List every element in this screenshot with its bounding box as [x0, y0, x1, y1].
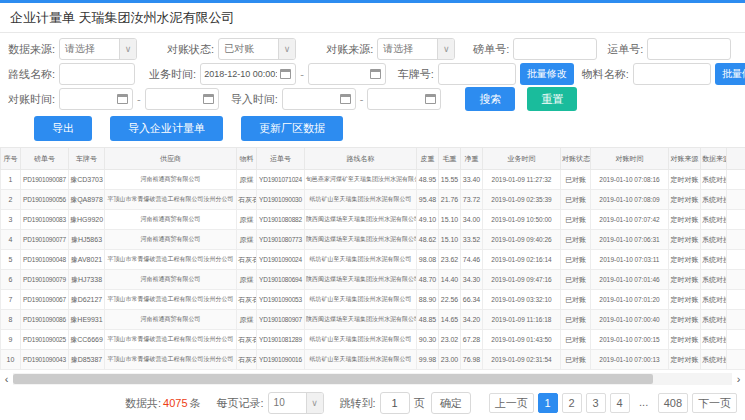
import-time-to-picker[interactable] — [367, 88, 441, 110]
scroll-left-icon[interactable]: ‹ — [0, 373, 13, 385]
next-page-button[interactable]: 下一页 — [692, 393, 737, 413]
recon-status-value: 已对账 — [219, 39, 278, 59]
waybill-no-input[interactable] — [647, 38, 731, 60]
table-cell: 系统对接 — [701, 310, 727, 330]
table-cell: 98.08 — [417, 250, 439, 270]
table-cell: 陕西闽达煤场至天瑞集团汝州水泥有限公司 — [305, 270, 417, 290]
data-source-select[interactable]: 请选择 ∨ — [59, 38, 137, 60]
material-name-input[interactable] — [633, 63, 711, 85]
table-cell: YD1901090016 — [257, 350, 305, 370]
recon-status-select[interactable]: 已对账 ∨ — [218, 38, 296, 60]
table-cell: 已对账 — [561, 270, 591, 290]
table-row[interactable]: 9PD1901090025豫CC6669平顶山市常青爆破营造工程有限公司汝州分公… — [1, 330, 745, 350]
import-time-from-picker[interactable] — [282, 88, 356, 110]
reset-button[interactable]: 重置 — [527, 87, 577, 111]
table-cell: PD1901090025 — [21, 330, 69, 350]
table-cell: 14.65 — [439, 310, 461, 330]
range-separator: - — [360, 93, 364, 105]
prev-page-button[interactable]: 上一页 — [489, 393, 534, 413]
biz-time-to-picker[interactable] — [308, 63, 386, 85]
header-cell: 净重 — [461, 148, 483, 170]
biz-time-from-input[interactable] — [201, 69, 280, 79]
table-cell: 豫CD3703 — [69, 170, 105, 190]
table-row[interactable]: 5PD1901090048豫AV8021平顶山市常青爆破营造工程有限公司汝州分公… — [1, 250, 745, 270]
recon-time-from-input[interactable] — [60, 94, 117, 104]
table-cell: 系统对接 — [701, 170, 727, 190]
app-window: 企业计量单 天瑞集团汝州水泥有限公司 数据来源: 请选择 ∨ 对账状态: 已对账… — [0, 0, 745, 414]
table-row[interactable]: 8PD1901090086豫HE9931河南裕通商贸有限公司原煤YD190108… — [1, 310, 745, 330]
jump-confirm-button[interactable]: 确定 — [431, 392, 471, 414]
table-row[interactable]: 3PD1901090083豫HG9920河南裕通商贸有限公司原煤YD190108… — [1, 210, 745, 230]
page-number[interactable]: 3 — [586, 393, 606, 413]
action-toolbar: 导出 导入企业计量单 更新厂区数据 — [0, 113, 745, 147]
export-button[interactable]: 导出 — [34, 116, 92, 141]
material-name-label: 物料名称: — [582, 67, 629, 82]
table-row[interactable]: 6PD1901090079豫HJ7338河南裕通商贸有限公司原煤YD190108… — [1, 270, 745, 290]
table-cell: 15.10 — [439, 230, 461, 250]
table-cell: 2019-01-10 07:08:16 — [591, 170, 669, 190]
search-button[interactable]: 搜索 — [465, 87, 515, 111]
table-cell: YD1901090024 — [257, 250, 305, 270]
table-cell: 原煤 — [237, 210, 257, 230]
scrollbar-thumb[interactable] — [13, 374, 653, 384]
recon-time-from-picker[interactable] — [59, 88, 133, 110]
table-cell: 3 — [1, 210, 21, 230]
table-cell: 平顶山市常青爆破营造工程有限公司汝州分公司 — [105, 190, 237, 210]
range-separator: - — [300, 68, 304, 80]
filter-import-time: 导入时间: - — [231, 88, 442, 110]
scroll-right-icon[interactable]: › — [732, 373, 745, 385]
jump-page-input[interactable] — [380, 392, 410, 414]
plate-no-input[interactable] — [438, 63, 516, 85]
table-cell: 系统对接 — [701, 210, 727, 230]
plate-no-label: 车牌号: — [398, 67, 434, 82]
table-cell: PD1901090083 — [21, 210, 69, 230]
table-row[interactable]: 4PD1901090077豫HJ5863河南裕通商贸有限公司原煤YD190108… — [1, 230, 745, 250]
table-cell: 7 — [1, 290, 21, 310]
table-cell: 定时对账 — [669, 330, 701, 350]
update-plant-data-button[interactable]: 更新厂区数据 — [241, 116, 343, 141]
page-number[interactable]: 4 — [610, 393, 630, 413]
table-row[interactable]: 10PD1901090043豫D85387平顶山市常青爆破营造工程有限公司汝州分… — [1, 350, 745, 370]
table-cell: 2019-01-09 11:27:32 — [483, 170, 561, 190]
table-cell: 2 — [1, 190, 21, 210]
table-cell: 平顶山市常青爆破营造工程有限公司汝州分公司 — [105, 330, 237, 350]
scrollbar-track[interactable] — [13, 373, 732, 385]
table-cell: 2019-01-10 07:00:13 — [591, 350, 669, 370]
table-cell: 豫QA8978 — [69, 190, 105, 210]
import-time-to-input[interactable] — [368, 94, 425, 104]
header-cell: 磅单号 — [21, 148, 69, 170]
biz-time-to-input[interactable] — [309, 69, 370, 79]
table-cell: 48.85 — [417, 310, 439, 330]
table-cell: 2019-0 — [727, 190, 745, 210]
table-row[interactable]: 7PD1901090067豫D62127平顶山市常青爆破营造工程有限公司汝州分公… — [1, 290, 745, 310]
recon-source-select[interactable]: 请选择 ∨ — [377, 38, 455, 60]
table-cell: PD1901090079 — [21, 270, 69, 290]
pound-no-input[interactable] — [513, 38, 597, 60]
data-table-container: 序号磅单号车牌号供应商物料运单号路线名称皮重毛重净重业务时间对账状态对账时间对账… — [0, 147, 745, 370]
table-cell: 49.10 — [417, 210, 439, 230]
material-batch-edit-button[interactable]: 批量修改 — [715, 63, 745, 85]
page-number[interactable]: 408 — [658, 393, 688, 413]
plate-batch-edit-button[interactable]: 批量修改 — [520, 63, 574, 85]
table-row[interactable]: 2PD1901090056豫QA8978平顶山市常青爆破营造工程有限公司汝州分公… — [1, 190, 745, 210]
table-cell: 2019-0 — [727, 210, 745, 230]
import-time-from-input[interactable] — [283, 94, 340, 104]
horizontal-scrollbar[interactable]: ‹ › — [0, 373, 745, 385]
route-name-input[interactable] — [59, 63, 135, 85]
per-page-select[interactable]: 10 ∨ — [268, 392, 324, 414]
import-measurement-button[interactable]: 导入企业计量单 — [110, 116, 223, 141]
table-cell: 90.30 — [417, 330, 439, 350]
table-cell: 74.46 — [461, 250, 483, 270]
header-cell: 运单号 — [257, 148, 305, 170]
table-row[interactable]: 1PD1901090087豫CD3703河南裕通商贸有限公司原煤YD190107… — [1, 170, 745, 190]
page-number-list: 上一页 1234...408下一页 — [487, 393, 739, 413]
page-number[interactable]: 2 — [562, 393, 582, 413]
recon-time-to-picker[interactable] — [145, 88, 219, 110]
recon-time-to-input[interactable] — [146, 94, 203, 104]
table-cell: 2019-01-09 11:16:18 — [483, 310, 561, 330]
biz-time-from-picker[interactable] — [200, 63, 296, 85]
table-cell: YD1901080882 — [257, 210, 305, 230]
calendar-icon — [117, 94, 128, 104]
table-cell: YD1901090053 — [257, 290, 305, 310]
page-number[interactable]: 1 — [538, 393, 558, 413]
